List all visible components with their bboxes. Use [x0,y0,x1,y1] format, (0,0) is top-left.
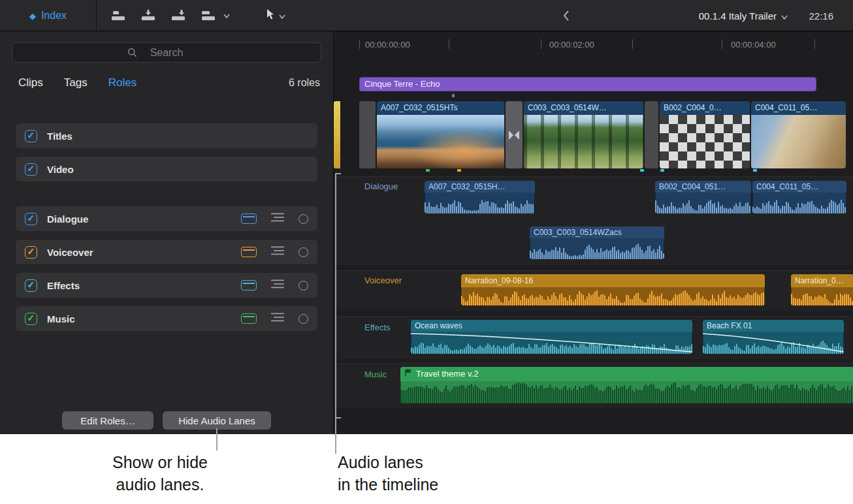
role-row-music[interactable]: Music [16,306,317,331]
dialogue-audio-clip[interactable]: C003_C003_0514WZacs [530,227,664,259]
focus-circle-icon[interactable] [298,247,308,257]
audio-lane-icon[interactable] [241,280,257,291]
ruler-tick [541,39,541,49]
volume-envelope-line[interactable] [703,332,844,353]
role-label-titles: Titles [47,131,72,142]
project-title: 00.1.4 Italy Trailer [699,10,777,22]
audio-clip-name: C004_C011_05… [752,181,846,193]
dialogue-checkbox[interactable] [25,213,37,225]
audio-lane-icon[interactable] [241,213,257,224]
audio-clip-name: Beach FX 01 [703,320,844,332]
dialogue-audio-clip[interactable]: A007_C032_0515H… [425,181,535,213]
audio-lane-icon[interactable] [241,247,257,257]
title-clip[interactable]: Cinque Terre - Echo [359,77,816,91]
append-clip-icon[interactable] [170,9,187,22]
music-audio-clip[interactable]: Travel theme v.2 [400,367,853,403]
video-thumbnail [377,115,504,168]
video-thumbnail [751,115,846,168]
caption-audio-lanes: Audio lanes in the timeline [338,451,488,496]
focus-circle-icon[interactable] [298,314,308,324]
audio-clip-name: Narration_0… [791,274,853,287]
index-diamond-icon: ◆ [29,11,36,21]
audio-lane-icon[interactable] [241,313,257,324]
video-clip-name: B002_C004_0… [660,101,750,115]
clip-connection-marker [660,169,664,172]
toolbar: ◆ Index [0,0,853,31]
edit-tools-group [110,0,230,31]
edit-roles-button[interactable]: Edit Roles… [62,411,153,430]
video-clip-partial[interactable] [334,101,340,168]
overwrite-clip-icon[interactable] [200,9,217,22]
waveform [752,193,846,213]
title-marker [452,94,455,97]
waveform [400,381,853,403]
subroles-icon[interactable] [271,213,284,225]
video-clip[interactable]: C004_C011_05… [751,101,846,168]
search-field[interactable] [12,42,321,63]
waveform [655,193,751,213]
voiceover-role-controls [241,246,308,258]
volume-envelope-line[interactable] [411,332,692,353]
gap-clip[interactable] [645,101,658,168]
voiceover-audio-clip[interactable]: Narration_09-08-16 [461,274,765,306]
theme-flag-icon [404,367,412,381]
tab-clips[interactable]: Clips [18,76,43,89]
back-chevron-icon[interactable] [563,10,570,24]
edit-tools-chevron-down-icon[interactable] [223,14,230,18]
titles-checkbox[interactable] [25,130,37,142]
role-label-effects: Effects [47,280,80,291]
role-row-voiceover[interactable]: Voiceover [16,240,317,264]
focus-circle-icon[interactable] [298,281,308,291]
timecode-label: 00:00:00:00 [365,40,410,50]
video-checkbox[interactable] [25,163,37,176]
voiceover-checkbox[interactable] [25,246,37,259]
callout-tick-bottom [335,417,341,418]
clip-connection-marker [753,169,757,172]
video-clip[interactable]: C003_C003_0514W… [524,101,643,168]
role-label-music: Music [47,313,75,324]
gap-clip[interactable] [359,101,376,168]
effects-audio-clip[interactable]: Ocean waves [411,320,692,354]
tab-roles[interactable]: Roles [108,76,137,89]
subroles-icon[interactable] [271,279,284,291]
video-thumbnail [660,115,750,168]
connect-clip-icon[interactable] [110,9,127,22]
role-label-video: Video [47,164,74,175]
insert-clip-icon[interactable] [140,9,157,22]
cross-dissolve-icon [508,130,520,140]
effects-role-controls [241,279,308,291]
timecode-label: 00:00:02:00 [549,40,594,50]
focus-circle-icon[interactable] [298,214,308,224]
role-row-effects[interactable]: Effects [16,273,317,298]
voiceover-audio-clip[interactable]: Narration_0… [791,274,853,306]
select-tool-button[interactable] [265,0,285,31]
dialogue-audio-clip[interactable]: C004_C011_05… [752,181,846,213]
video-clip[interactable]: A007_C032_0515HTs [377,101,504,168]
video-clip[interactable]: B002_C004_0… [660,101,750,168]
role-row-titles[interactable]: Titles [16,123,317,148]
video-clip-name: A007_C032_0515HTs [377,101,504,115]
clip-connection-marker [426,169,430,172]
callout-line-left [216,428,217,450]
select-arrow-icon [265,8,274,23]
subroles-icon[interactable] [271,313,284,324]
project-title-dropdown[interactable]: 00.1.4 Italy Trailer [699,0,788,31]
music-checkbox[interactable] [25,313,37,325]
search-input[interactable] [12,43,321,62]
transition-clip[interactable] [506,101,523,168]
dialogue-audio-clip[interactable]: B002_C004_051… [655,181,751,213]
hide-audio-lanes-button[interactable]: Hide Audio Lanes [163,411,271,430]
role-row-video[interactable]: Video [16,157,317,181]
tab-tags[interactable]: Tags [64,76,88,89]
subroles-icon[interactable] [271,246,284,258]
index-button-label: Index [41,10,67,22]
role-row-dialogue[interactable]: Dialogue [16,206,317,231]
ruler-tick [359,39,360,49]
effects-audio-clip[interactable]: Beach FX 01 [703,320,844,354]
index-button[interactable]: ◆ Index [0,0,97,31]
lane-label-dialogue: Dialogue [364,181,398,191]
video-thumbnail [524,115,643,168]
callout-tick-top [335,173,341,174]
waveform [461,287,765,306]
effects-checkbox[interactable] [25,279,37,292]
